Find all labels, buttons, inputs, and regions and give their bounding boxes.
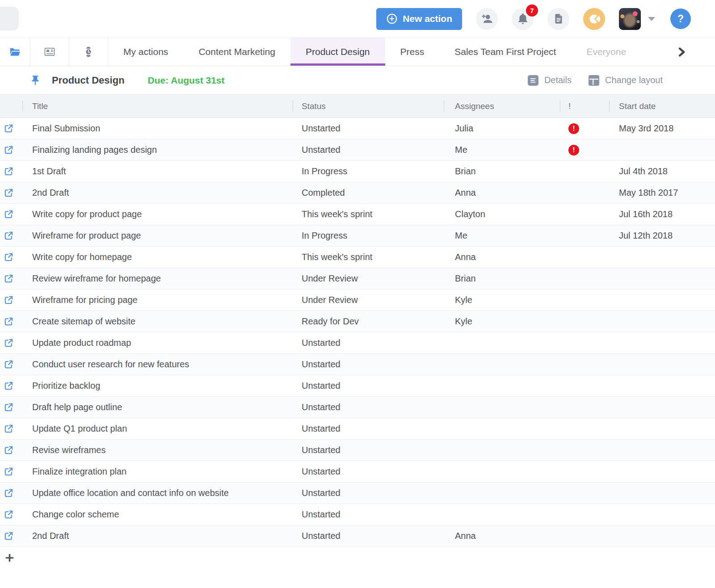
new-action-button[interactable]: New action <box>376 8 462 30</box>
open-task-icon[interactable] <box>4 402 14 412</box>
reports-button[interactable] <box>583 8 605 30</box>
tab-press[interactable]: Press <box>385 38 440 66</box>
column-header-title[interactable]: Title <box>22 95 293 118</box>
table-row[interactable]: Finalizing landing pages design Unstarte… <box>0 139 715 161</box>
column-header-assignees[interactable]: Assignees <box>444 95 560 118</box>
table-row[interactable]: 2nd Draft Completed Anna ! May 18th 2017 <box>0 182 715 204</box>
open-task-icon[interactable] <box>4 359 14 370</box>
logo-placeholder[interactable] <box>0 7 19 30</box>
open-task-icon[interactable] <box>4 231 14 241</box>
open-task-icon[interactable] <box>4 166 14 176</box>
table-row[interactable]: Update product roadmap Unstarted ! <box>0 332 715 354</box>
tab-news[interactable] <box>30 38 69 66</box>
newspaper-icon <box>43 46 56 58</box>
avatar[interactable] <box>619 8 641 30</box>
open-task-icon[interactable] <box>4 123 14 134</box>
open-task-icon[interactable] <box>4 488 14 498</box>
table-row[interactable]: Create sitemap of website Ready for Dev … <box>0 311 715 332</box>
task-status: Unstarted <box>293 531 444 541</box>
open-task-icon[interactable] <box>4 295 14 305</box>
open-task-icon[interactable] <box>4 381 14 391</box>
table-row[interactable]: Review wireframe for homepage Under Revi… <box>0 268 715 290</box>
open-task-icon[interactable] <box>4 466 14 477</box>
person-add-icon <box>481 13 493 25</box>
task-title: Create sitemap of website <box>22 316 293 327</box>
chevron-down-icon[interactable] <box>648 17 655 21</box>
table-row[interactable]: Prioritize backlog Unstarted ! <box>0 375 715 397</box>
priority-cell: ! <box>560 123 609 134</box>
table-row[interactable]: Update Q1 product plan Unstarted ! <box>0 418 715 440</box>
task-assignee: Kyle <box>444 295 560 305</box>
task-title: Write copy for homepage <box>22 252 293 262</box>
task-title: Review wireframe for homepage <box>22 273 293 284</box>
tab-product-design[interactable]: Product Design <box>290 38 385 66</box>
row-icon-cell <box>0 402 22 412</box>
priority-cell: ! <box>560 424 609 434</box>
notifications-button[interactable]: 7 <box>512 8 534 30</box>
tab-everyone[interactable]: Everyone <box>571 38 641 66</box>
row-icon-cell <box>0 381 22 391</box>
open-task-icon[interactable] <box>4 445 14 455</box>
plus-icon <box>4 553 15 563</box>
open-task-icon[interactable] <box>4 509 14 520</box>
column-header-start-date[interactable]: Start date <box>609 95 715 118</box>
column-header-priority[interactable]: ! <box>560 95 609 118</box>
priority-cell: ! <box>560 231 609 241</box>
help-button[interactable]: ? <box>670 8 691 29</box>
task-title: 2nd Draft <box>22 188 293 198</box>
pin-icon[interactable] <box>29 75 41 86</box>
invite-user-button[interactable] <box>476 8 498 30</box>
tab-my-actions[interactable]: My actions <box>108 38 183 66</box>
row-icon-cell <box>0 466 22 477</box>
topbar-actions: New action 7 <box>376 0 691 38</box>
task-assignee: Brian <box>444 166 560 176</box>
tab-recent-watch[interactable] <box>69 38 108 66</box>
row-icon-cell <box>0 488 22 498</box>
table-row[interactable]: 2nd Draft Unstarted Anna ! <box>0 525 715 547</box>
row-icon-cell <box>0 424 22 434</box>
open-task-icon[interactable] <box>4 316 14 327</box>
table-row[interactable]: Update office location and contact info … <box>0 483 715 504</box>
documents-button[interactable] <box>547 8 569 30</box>
table-row[interactable]: Write copy for homepage This week's spri… <box>0 247 715 268</box>
table-row[interactable]: Change color scheme Unstarted ! <box>0 504 715 525</box>
change-layout-button[interactable]: Change layout <box>589 75 663 86</box>
open-task-icon[interactable] <box>4 273 14 284</box>
task-start-date: May 18th 2017 <box>609 188 715 198</box>
tab-projects-folder[interactable] <box>0 38 30 66</box>
topbar: New action 7 <box>0 0 715 38</box>
table-row[interactable]: 1st Draft In Progress Brian ! Jul 4th 20… <box>0 161 715 182</box>
task-start-date: Jul 16th 2018 <box>609 209 715 219</box>
open-task-icon[interactable] <box>4 188 14 198</box>
open-task-icon[interactable] <box>4 531 14 541</box>
row-icon-cell <box>0 359 22 370</box>
table-row[interactable]: Wireframe for product page In Progress M… <box>0 225 715 247</box>
table-row[interactable]: Write copy for product page This week's … <box>0 204 715 225</box>
column-header-status[interactable]: Status <box>293 95 444 118</box>
tab-sales-team-first-project[interactable]: Sales Team First Project <box>439 38 571 66</box>
open-task-icon[interactable] <box>4 209 14 219</box>
open-task-icon[interactable] <box>4 252 14 262</box>
table-row[interactable]: Final Submission Unstarted Julia ! May 3… <box>0 118 715 139</box>
task-title: Conduct user research for new features <box>22 359 293 370</box>
priority-cell: ! <box>560 295 609 306</box>
table-row[interactable]: Conduct user research for new features U… <box>0 354 715 375</box>
task-assignee: Julia <box>444 123 560 134</box>
task-start-date: Jul 4th 2018 <box>609 166 715 176</box>
task-title: Update office location and contact info … <box>22 488 293 498</box>
open-task-icon[interactable] <box>4 338 14 348</box>
open-task-icon[interactable] <box>4 424 14 434</box>
table-row[interactable]: Revise wireframes Unstarted ! <box>0 440 715 461</box>
open-task-icon[interactable] <box>4 145 14 155</box>
tab-content-marketing[interactable]: Content Marketing <box>183 38 290 66</box>
table-row[interactable]: Wireframe for pricing page Under Review … <box>0 290 715 311</box>
task-assignee: Clayton <box>444 209 560 219</box>
task-status: Unstarted <box>293 488 444 498</box>
add-task-button[interactable] <box>4 553 15 563</box>
tab-label: Product Design <box>306 46 370 57</box>
tab-scroll-right-button[interactable] <box>675 38 687 66</box>
table-row[interactable]: Draft help page outline Unstarted ! <box>0 397 715 418</box>
task-assignee: Me <box>444 145 560 155</box>
table-row[interactable]: Finalize integration plan Unstarted ! <box>0 461 715 483</box>
details-button[interactable]: Details <box>528 75 572 86</box>
